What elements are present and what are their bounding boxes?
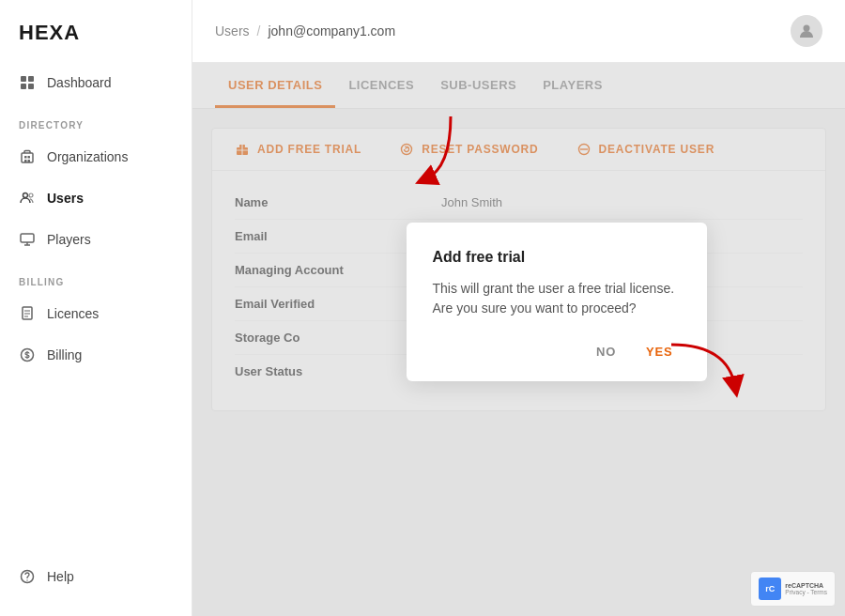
modal-dialog: Add free trial This will grant the user …	[407, 223, 707, 381]
recaptcha-badge: rC reCAPTCHA Privacy - Terms	[750, 571, 836, 607]
sidebar-item-label: Dashboard	[47, 75, 112, 90]
sidebar-item-help[interactable]: Help	[0, 556, 192, 597]
breadcrumb: Users / john@company1.com	[215, 23, 395, 38]
svg-point-15	[26, 579, 27, 580]
main-content: Users / john@company1.com USER DETAILS L…	[192, 0, 845, 616]
sidebar-item-billing[interactable]: Billing	[0, 334, 192, 376]
building-icon	[19, 148, 36, 165]
breadcrumb-root[interactable]: Users	[215, 23, 250, 38]
profile-avatar[interactable]	[791, 15, 822, 47]
modal-title: Add free trial	[433, 249, 681, 266]
svg-point-16	[804, 25, 810, 32]
book-icon	[19, 305, 36, 322]
sidebar-item-label: Organizations	[47, 149, 128, 164]
svg-point-9	[23, 193, 28, 198]
sidebar-item-users[interactable]: Users	[0, 177, 192, 219]
monitor-icon	[19, 231, 36, 248]
svg-rect-8	[28, 160, 31, 162]
breadcrumb-separator: /	[257, 23, 261, 38]
svg-rect-4	[22, 153, 33, 162]
sidebar: HEXA Dashboard DIRECTORY Organizations	[0, 0, 192, 616]
dollar-icon	[19, 346, 36, 363]
svg-rect-3	[28, 84, 34, 89]
modal-yes-button[interactable]: YES	[638, 341, 680, 362]
sidebar-item-label: Players	[47, 232, 91, 247]
modal-overlay[interactable]: Add free trial This will grant the user …	[192, 63, 845, 616]
svg-rect-7	[24, 160, 27, 162]
modal-body: This will grant the user a free trial li…	[433, 279, 681, 318]
sidebar-item-label: Users	[47, 191, 84, 206]
help-icon	[19, 568, 36, 585]
svg-point-10	[29, 193, 33, 197]
svg-rect-0	[21, 76, 26, 82]
svg-rect-2	[21, 84, 26, 89]
sidebar-item-dashboard[interactable]: Dashboard	[0, 62, 192, 103]
svg-rect-1	[28, 76, 34, 82]
svg-rect-11	[21, 234, 34, 242]
modal-no-button[interactable]: NO	[589, 341, 623, 362]
grid-icon	[19, 74, 36, 91]
logo: HEXA	[0, 0, 192, 62]
content-area: USER DETAILS LICENCES SUB-USERS PLAYERS	[192, 63, 845, 616]
sidebar-item-label: Help	[47, 569, 74, 584]
sidebar-item-licences[interactable]: Licences	[0, 293, 192, 334]
sidebar-item-organizations[interactable]: Organizations	[0, 136, 192, 177]
breadcrumb-current: john@company1.com	[268, 23, 395, 38]
directory-section-label: DIRECTORY	[0, 103, 192, 136]
sidebar-item-players[interactable]: Players	[0, 219, 192, 260]
billing-section-label: BILLING	[0, 260, 192, 293]
svg-rect-6	[28, 156, 31, 159]
topbar: Users / john@company1.com	[192, 0, 845, 63]
modal-actions: NO YES	[433, 341, 681, 362]
sidebar-item-label: Licences	[47, 306, 99, 321]
sidebar-item-label: Billing	[47, 347, 82, 362]
svg-rect-5	[24, 156, 27, 159]
users-icon	[19, 190, 36, 207]
